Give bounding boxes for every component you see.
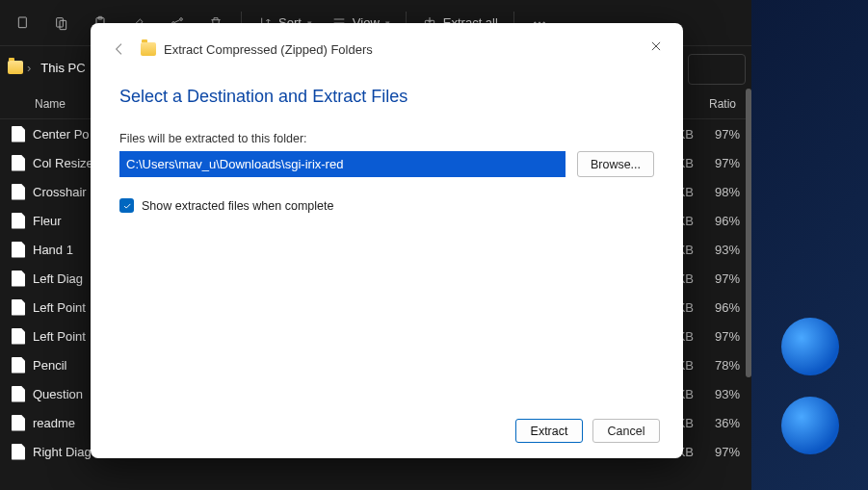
cell-ratio: 93%	[694, 387, 742, 401]
destination-path-input[interactable]	[119, 151, 566, 177]
file-icon	[12, 184, 25, 200]
file-icon	[12, 126, 25, 142]
extract-dialog: Extract Compressed (Zipped) Folders Sele…	[91, 23, 683, 458]
file-icon	[12, 155, 25, 171]
folder-icon	[8, 61, 23, 74]
cell-ratio: 93%	[694, 243, 742, 257]
breadcrumb-item[interactable]: This PC	[35, 57, 91, 79]
cell-ratio: 98%	[694, 185, 742, 199]
file-icon	[12, 242, 25, 258]
new-icon[interactable]	[6, 6, 40, 40]
cancel-button[interactable]: Cancel	[592, 419, 660, 443]
file-icon	[12, 328, 25, 345]
cell-ratio: 97%	[694, 127, 742, 142]
svg-point-6	[180, 17, 183, 20]
col-ratio[interactable]: Ratio	[694, 97, 742, 111]
show-extracted-label: Show extracted files when complete	[142, 199, 333, 213]
extract-button[interactable]: Extract	[515, 419, 583, 443]
back-icon[interactable]	[108, 38, 131, 61]
cell-ratio: 97%	[694, 329, 742, 344]
search-input[interactable]	[688, 54, 746, 85]
cell-ratio: 78%	[694, 358, 742, 373]
path-label: Files will be extracted to this folder:	[119, 132, 666, 145]
cell-ratio: 36%	[694, 416, 742, 430]
cell-ratio: 96%	[694, 300, 742, 315]
show-extracted-checkbox[interactable]	[119, 198, 134, 213]
desktop-background	[751, 0, 868, 490]
cell-ratio: 96%	[694, 214, 742, 228]
zip-folder-icon	[141, 42, 156, 56]
svg-rect-0	[18, 17, 26, 28]
file-icon	[12, 299, 25, 316]
cell-ratio: 97%	[694, 271, 742, 286]
dialog-heading: Select a Destination and Extract Files	[119, 87, 666, 107]
cell-ratio: 97%	[694, 156, 742, 170]
copy-icon[interactable]	[44, 6, 79, 40]
dialog-title: Extract Compressed (Zipped) Folders	[164, 42, 373, 57]
chevron-right-icon: ›	[27, 61, 31, 75]
file-icon	[12, 415, 25, 431]
file-icon	[12, 271, 25, 287]
close-icon[interactable]	[643, 33, 670, 60]
file-icon	[12, 213, 25, 229]
cell-ratio: 97%	[694, 445, 742, 459]
file-icon	[12, 386, 25, 402]
scrollbar[interactable]	[746, 89, 751, 377]
file-icon	[12, 444, 25, 460]
file-icon	[12, 357, 25, 374]
desktop-orb	[781, 397, 839, 454]
browse-button[interactable]: Browse...	[577, 151, 654, 177]
desktop-orb	[781, 318, 839, 375]
